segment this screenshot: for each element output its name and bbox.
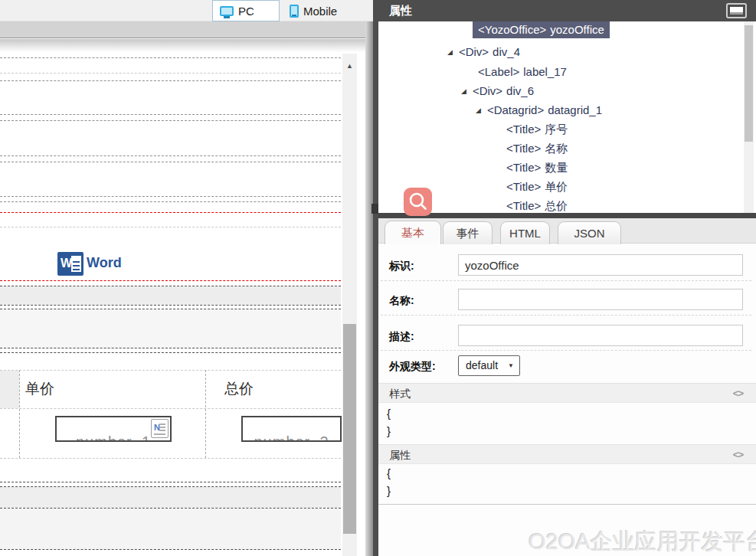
panel-title: 属性 [389,4,412,17]
attribute-json-close[interactable]: } [387,484,391,497]
row-band [0,286,341,305]
panel-resize-divider[interactable] [365,21,373,556]
row-band [0,487,341,508]
tree-selected-highlight: <YozoOffice>yozoOffice [473,21,610,38]
skin-type-select[interactable]: default ▼ [458,355,520,376]
tree-item-div4[interactable]: ◢<Div>div_4 [447,45,520,64]
table-column-border [19,370,20,458]
dashed-line [0,508,341,509]
tree-item-datagrid1[interactable]: ◢<Datagrid>datagrid_1 [476,103,602,123]
attribute-json-open[interactable]: { [387,466,391,479]
attribute-section-title: 属性 [389,449,411,461]
divider-handle[interactable] [371,204,378,214]
number-input-2[interactable]: number_2 [241,416,342,442]
tree-item-div6[interactable]: ◢<Div>div_6 [461,84,534,103]
tree-item-title-xuhao[interactable]: <Title>序号 [506,123,568,142]
word-letter: W [61,257,72,270]
number-field-icon: N [151,419,169,438]
phone-icon [290,5,299,18]
search-button[interactable] [404,188,432,216]
dashed-line [0,80,341,81]
field-label-name: 名称: [389,294,414,308]
name-field[interactable] [458,289,743,310]
dashed-line [0,155,341,156]
style-json-open[interactable]: { [387,407,391,420]
dashed-line [0,227,341,227]
mobile-view-label: Mobile [303,5,337,18]
canvas-scrollbar-thumb[interactable] [343,324,356,534]
dashed-line [0,73,341,74]
number-input-2-label: number_2 [243,433,340,442]
tree-scrollbar-thumb[interactable] [745,25,753,142]
cell-band [0,371,19,408]
code-icon[interactable]: <> [733,384,743,403]
tree-item-yozooffice[interactable]: <YozoOffice>yozoOffice [473,23,610,42]
mobile-view-button[interactable]: Mobile [281,0,352,21]
form-designer-app: PC Mobile [0,0,756,556]
dashed-line [0,57,341,58]
expand-arrow-icon[interactable]: ◢ [476,106,481,114]
tree-horizontal-scrollbar[interactable] [378,213,756,218]
dashed-line [0,201,341,202]
field-separator [381,280,751,281]
table-border-line [0,370,341,371]
dashed-line [0,549,341,550]
number-input-1[interactable]: number_1 N [55,416,172,442]
id-field[interactable] [458,254,743,276]
tree-item-label17[interactable]: <Label>label_17 [478,65,567,84]
canvas-scrollbar[interactable]: ▲ [342,54,357,556]
tree-item-title-mingcheng[interactable]: <Title>名称 [506,142,568,161]
dashed-line [0,286,341,286]
dashed-line [0,120,341,121]
field-label-skin-type: 外观类型: [389,360,436,374]
skin-type-value: default [466,359,498,371]
monitor-icon [220,6,234,16]
attribute-section-header: 属性 <> [378,444,756,464]
field-separator [381,350,751,351]
dashed-line [0,352,341,353]
expand-arrow-icon[interactable]: ◢ [447,48,453,56]
style-json-close[interactable]: } [387,424,391,437]
design-canvas[interactable]: W Word 单价 总价 number_1 N number_2 ▲ [0,52,365,556]
expand-arrow-icon[interactable]: ◢ [461,87,466,95]
chevron-down-icon: ▼ [508,356,514,375]
datagrid-header-total-price[interactable]: 总价 [224,379,254,399]
pc-view-label: PC [238,5,254,18]
tree-item-title-zongjia[interactable]: <Title>总价 [506,199,568,213]
row-band [0,309,341,348]
style-section-title: 样式 [389,388,411,400]
field-label-id: 标识: [389,260,414,273]
table-column-border [205,370,206,458]
dashed-line [0,114,341,115]
red-dashed-line [0,280,341,281]
word-page-glyph [71,256,81,272]
pc-view-button[interactable]: PC [212,0,280,21]
canvas-top-shadow [0,39,373,52]
field-separator [381,315,751,316]
row-band [0,509,341,549]
dashed-line [0,305,341,306]
tree-item-title-shuliang[interactable]: <Title>数量 [506,161,568,180]
tab-basic[interactable]: 基本 [385,221,441,244]
platform-watermark: O2OA企业应用开发平台 [529,527,756,556]
maximize-panel-icon[interactable] [726,3,747,18]
tree-item-title-danjia[interactable]: <Title>单价 [506,180,568,199]
datagrid-header-unit-price[interactable]: 单价 [25,379,54,399]
search-icon [404,188,432,216]
dashed-line [0,309,341,309]
scroll-up-icon[interactable]: ▲ [342,60,357,72]
code-icon[interactable]: <> [733,445,743,464]
tab-events[interactable]: 事件 [443,221,493,244]
table-border-line [0,408,341,409]
word-icon[interactable]: W [57,252,83,276]
dashed-line [0,162,341,162]
field-label-description: 描述: [389,330,414,344]
panel-left-edge [373,0,378,556]
element-tree: <YozoOffice>yozoOffice ◢<Div>div_4 <Labe… [378,21,744,213]
word-widget-label[interactable]: Word [87,255,122,271]
tab-json[interactable]: JSON [558,221,621,244]
description-field[interactable] [458,325,743,346]
dashed-line [0,196,341,197]
dashed-line [0,348,341,348]
tab-html[interactable]: HTML [500,221,550,244]
